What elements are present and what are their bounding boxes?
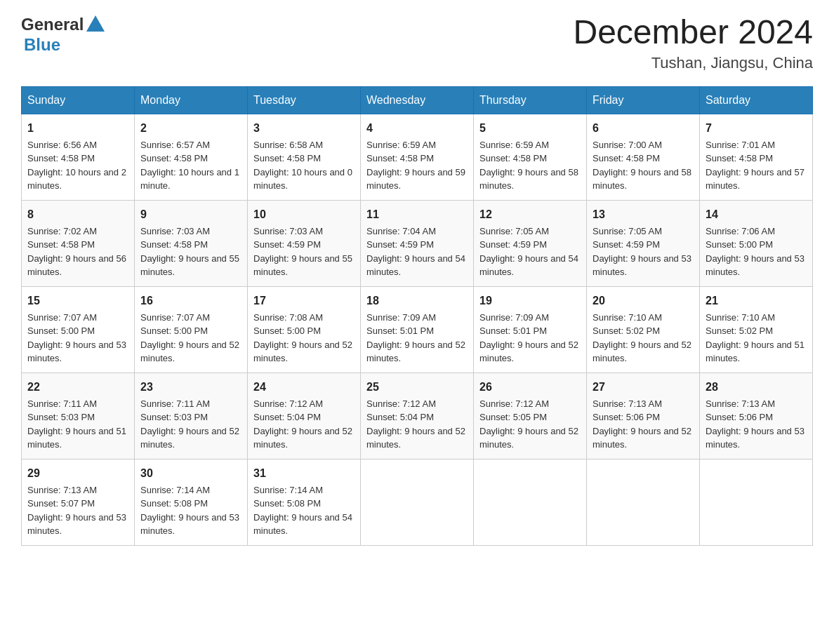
day-number: 29	[27, 465, 128, 482]
day-info: Sunrise: 7:06 AMSunset: 5:00 PMDaylight:…	[706, 226, 805, 278]
calendar-week-row: 22Sunrise: 7:11 AMSunset: 5:03 PMDayligh…	[22, 373, 813, 459]
day-info: Sunrise: 7:08 AMSunset: 5:00 PMDaylight:…	[253, 312, 352, 364]
day-info: Sunrise: 6:57 AMSunset: 4:58 PMDaylight:…	[140, 140, 239, 192]
calendar-cell	[700, 459, 813, 545]
day-info: Sunrise: 7:01 AMSunset: 4:58 PMDaylight:…	[706, 140, 805, 192]
calendar-cell	[361, 459, 474, 545]
day-number: 30	[140, 465, 241, 482]
calendar-cell: 3Sunrise: 6:58 AMSunset: 4:58 PMDaylight…	[248, 114, 361, 200]
day-info: Sunrise: 7:12 AMSunset: 5:05 PMDaylight:…	[479, 398, 578, 450]
logo-blue-text: Blue	[24, 35, 60, 55]
col-thursday: Thursday	[474, 86, 587, 114]
logo: General Blue	[21, 14, 107, 55]
day-number: 19	[479, 293, 581, 309]
calendar-cell: 18Sunrise: 7:09 AMSunset: 5:01 PMDayligh…	[361, 286, 474, 373]
calendar-cell: 11Sunrise: 7:04 AMSunset: 4:59 PMDayligh…	[361, 200, 474, 286]
day-number: 12	[479, 206, 581, 223]
calendar-cell: 17Sunrise: 7:08 AMSunset: 5:00 PMDayligh…	[248, 286, 361, 373]
day-info: Sunrise: 7:02 AMSunset: 4:58 PMDaylight:…	[27, 226, 126, 278]
day-info: Sunrise: 6:59 AMSunset: 4:58 PMDaylight:…	[479, 140, 578, 192]
calendar-cell: 1Sunrise: 6:56 AMSunset: 4:58 PMDaylight…	[22, 114, 135, 200]
col-tuesday: Tuesday	[248, 86, 361, 114]
day-info: Sunrise: 7:14 AMSunset: 5:08 PMDaylight:…	[140, 485, 239, 537]
day-number: 22	[27, 379, 128, 396]
calendar-cell: 23Sunrise: 7:11 AMSunset: 5:03 PMDayligh…	[135, 373, 248, 459]
col-sunday: Sunday	[22, 86, 135, 114]
title-block: December 2024 Tushan, Jiangsu, China	[573, 14, 813, 72]
day-info: Sunrise: 7:14 AMSunset: 5:08 PMDaylight:…	[253, 485, 352, 537]
day-number: 23	[140, 379, 241, 396]
calendar-cell: 22Sunrise: 7:11 AMSunset: 5:03 PMDayligh…	[22, 373, 135, 459]
day-info: Sunrise: 7:09 AMSunset: 5:01 PMDaylight:…	[479, 312, 578, 364]
calendar-cell: 4Sunrise: 6:59 AMSunset: 4:58 PMDaylight…	[361, 114, 474, 200]
col-saturday: Saturday	[700, 86, 813, 114]
calendar-cell: 14Sunrise: 7:06 AMSunset: 5:00 PMDayligh…	[700, 200, 813, 286]
day-number: 6	[593, 120, 694, 137]
day-number: 1	[27, 120, 128, 137]
calendar-cell: 9Sunrise: 7:03 AMSunset: 4:58 PMDaylight…	[135, 200, 248, 286]
day-number: 26	[479, 379, 581, 396]
calendar-cell: 16Sunrise: 7:07 AMSunset: 5:00 PMDayligh…	[135, 286, 248, 373]
day-info: Sunrise: 7:03 AMSunset: 4:58 PMDaylight:…	[140, 226, 239, 278]
day-info: Sunrise: 7:10 AMSunset: 5:02 PMDaylight:…	[593, 312, 691, 364]
col-monday: Monday	[135, 86, 248, 114]
calendar-cell: 29Sunrise: 7:13 AMSunset: 5:07 PMDayligh…	[22, 459, 135, 545]
day-info: Sunrise: 7:12 AMSunset: 5:04 PMDaylight:…	[366, 398, 465, 450]
col-wednesday: Wednesday	[361, 86, 474, 114]
day-info: Sunrise: 7:13 AMSunset: 5:06 PMDaylight:…	[593, 398, 691, 450]
calendar-cell: 10Sunrise: 7:03 AMSunset: 4:59 PMDayligh…	[248, 200, 361, 286]
logo-general-text: General	[21, 15, 84, 34]
day-info: Sunrise: 7:05 AMSunset: 4:59 PMDaylight:…	[479, 226, 578, 278]
calendar-cell: 20Sunrise: 7:10 AMSunset: 5:02 PMDayligh…	[587, 286, 700, 373]
day-info: Sunrise: 7:03 AMSunset: 4:59 PMDaylight:…	[253, 226, 352, 278]
day-number: 16	[140, 293, 241, 309]
calendar-week-row: 8Sunrise: 7:02 AMSunset: 4:58 PMDaylight…	[22, 200, 813, 286]
day-info: Sunrise: 7:04 AMSunset: 4:59 PMDaylight:…	[366, 226, 465, 278]
day-info: Sunrise: 7:11 AMSunset: 5:03 PMDaylight:…	[27, 398, 126, 450]
calendar-week-row: 1Sunrise: 6:56 AMSunset: 4:58 PMDaylight…	[22, 114, 813, 200]
day-info: Sunrise: 7:13 AMSunset: 5:06 PMDaylight:…	[706, 398, 805, 450]
calendar-cell	[474, 459, 587, 545]
calendar-cell: 2Sunrise: 6:57 AMSunset: 4:58 PMDaylight…	[135, 114, 248, 200]
calendar-cell: 31Sunrise: 7:14 AMSunset: 5:08 PMDayligh…	[248, 459, 361, 545]
day-number: 15	[27, 293, 128, 309]
calendar-cell: 12Sunrise: 7:05 AMSunset: 4:59 PMDayligh…	[474, 200, 587, 286]
day-number: 18	[366, 293, 468, 309]
day-number: 28	[706, 379, 807, 396]
location: Tushan, Jiangsu, China	[573, 54, 813, 72]
day-number: 7	[706, 120, 807, 137]
day-info: Sunrise: 6:56 AMSunset: 4:58 PMDaylight:…	[27, 140, 126, 192]
calendar-cell: 6Sunrise: 7:00 AMSunset: 4:58 PMDaylight…	[587, 114, 700, 200]
day-info: Sunrise: 7:07 AMSunset: 5:00 PMDaylight:…	[140, 312, 239, 364]
day-number: 27	[593, 379, 694, 396]
calendar-cell: 27Sunrise: 7:13 AMSunset: 5:06 PMDayligh…	[587, 373, 700, 459]
day-number: 31	[253, 465, 355, 482]
day-info: Sunrise: 6:58 AMSunset: 4:58 PMDaylight:…	[253, 140, 352, 192]
day-number: 14	[706, 206, 807, 223]
page-header: General Blue December 2024 Tushan, Jiang…	[21, 14, 813, 72]
day-number: 24	[253, 379, 355, 396]
day-info: Sunrise: 6:59 AMSunset: 4:58 PMDaylight:…	[366, 140, 465, 192]
day-info: Sunrise: 7:11 AMSunset: 5:03 PMDaylight:…	[140, 398, 239, 450]
calendar-cell: 19Sunrise: 7:09 AMSunset: 5:01 PMDayligh…	[474, 286, 587, 373]
month-title: December 2024	[573, 14, 813, 51]
calendar-cell: 28Sunrise: 7:13 AMSunset: 5:06 PMDayligh…	[700, 373, 813, 459]
calendar-cell: 21Sunrise: 7:10 AMSunset: 5:02 PMDayligh…	[700, 286, 813, 373]
logo-icon	[85, 14, 106, 35]
day-number: 11	[366, 206, 468, 223]
header-row: Sunday Monday Tuesday Wednesday Thursday…	[22, 86, 813, 114]
calendar-cell: 5Sunrise: 6:59 AMSunset: 4:58 PMDaylight…	[474, 114, 587, 200]
calendar-cell: 30Sunrise: 7:14 AMSunset: 5:08 PMDayligh…	[135, 459, 248, 545]
day-info: Sunrise: 7:07 AMSunset: 5:00 PMDaylight:…	[27, 312, 126, 364]
day-info: Sunrise: 7:10 AMSunset: 5:02 PMDaylight:…	[706, 312, 805, 364]
day-number: 20	[593, 293, 694, 309]
day-info: Sunrise: 7:12 AMSunset: 5:04 PMDaylight:…	[253, 398, 352, 450]
day-info: Sunrise: 7:09 AMSunset: 5:01 PMDaylight:…	[366, 312, 465, 364]
day-number: 21	[706, 293, 807, 309]
calendar-body: 1Sunrise: 6:56 AMSunset: 4:58 PMDaylight…	[22, 114, 813, 545]
day-number: 3	[253, 120, 355, 137]
day-info: Sunrise: 7:05 AMSunset: 4:59 PMDaylight:…	[593, 226, 691, 278]
calendar-cell: 8Sunrise: 7:02 AMSunset: 4:58 PMDaylight…	[22, 200, 135, 286]
calendar-cell: 13Sunrise: 7:05 AMSunset: 4:59 PMDayligh…	[587, 200, 700, 286]
day-info: Sunrise: 7:00 AMSunset: 4:58 PMDaylight:…	[593, 140, 691, 192]
